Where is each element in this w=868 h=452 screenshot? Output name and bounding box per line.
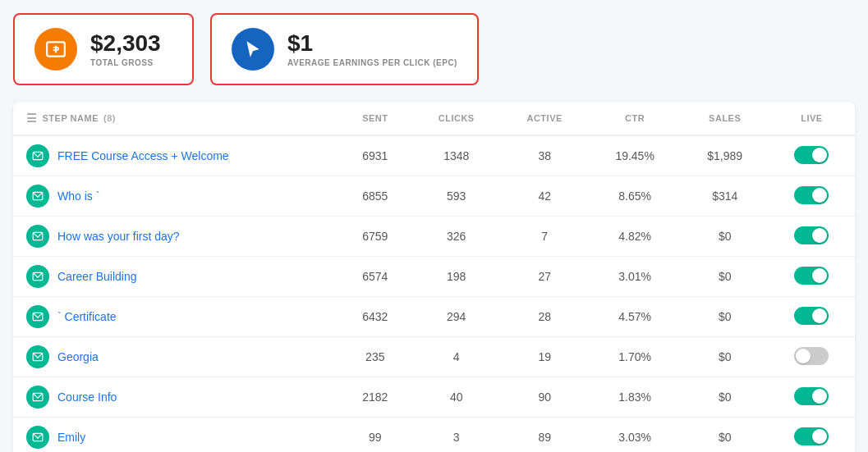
step-icon-0	[26, 144, 49, 167]
step-link-0[interactable]: FREE Course Access + Welcome	[57, 149, 229, 162]
step-link-6[interactable]: Course Info	[57, 390, 117, 404]
cell-sent-4: 6432	[338, 297, 412, 337]
cell-sent-5: 235	[338, 337, 412, 377]
cell-live-1	[769, 176, 855, 217]
table-container: ☰ STEP NAME (8) SENT CLICKS ACTIVE CTR S…	[13, 102, 855, 452]
table-row: Course Info 2182 40 90 1.83% $0	[13, 377, 855, 418]
cell-clicks-6: 40	[412, 377, 501, 418]
cell-ctr-0: 19.45%	[589, 135, 682, 176]
cell-sent-0: 6931	[338, 135, 412, 176]
step-icon-2	[26, 225, 49, 248]
cell-ctr-2: 4.82%	[589, 217, 682, 257]
step-icon-4	[26, 305, 49, 328]
table-row: ` Certificate 6432 294 28 4.57% $0	[13, 297, 855, 337]
step-link-5[interactable]: Georgia	[57, 350, 99, 363]
cell-sent-6: 2182	[338, 377, 412, 418]
step-name-cell-6: Course Info	[13, 377, 338, 418]
toggle-2[interactable]	[794, 226, 829, 244]
toggle-6[interactable]	[794, 387, 829, 405]
toggle-7[interactable]	[794, 427, 829, 445]
table-row: FREE Course Access + Welcome 6931 1348 3…	[13, 135, 855, 176]
table-row: Emily 99 3 89 3.03% $0	[13, 418, 855, 453]
cell-sent-2: 6759	[338, 217, 412, 257]
card-icon-epc	[232, 28, 274, 71]
cell-sent-3: 6574	[338, 257, 412, 297]
cell-live-6	[769, 377, 855, 418]
step-link-2[interactable]: How was your first day?	[57, 230, 180, 243]
cell-active-3: 27	[501, 257, 589, 297]
toggle-3[interactable]	[794, 267, 829, 285]
cell-sent-7: 99	[338, 418, 412, 453]
step-name-cell-0: FREE Course Access + Welcome	[13, 135, 338, 176]
col-step-name-label: STEP NAME	[43, 113, 99, 123]
cell-active-4: 28	[501, 297, 589, 337]
step-link-3[interactable]: Career Building	[57, 270, 137, 283]
step-icon-7	[26, 426, 49, 449]
table-row: Who is ` 6855 593 42 8.65% $314	[13, 176, 855, 217]
cell-sales-4: $0	[682, 297, 769, 337]
cell-sales-0: $1,989	[682, 135, 769, 176]
card-label-epc: AVERAGE EARNINGS PER CLICK (EPC)	[287, 58, 457, 67]
cell-ctr-1: 8.65%	[589, 176, 682, 217]
step-link-1[interactable]: Who is `	[57, 189, 99, 203]
card-value-total-gross: $2,303	[90, 31, 161, 57]
cell-clicks-3: 198	[412, 257, 501, 297]
toggle-5[interactable]	[794, 347, 829, 365]
card-info-epc: $1 AVERAGE EARNINGS PER CLICK (EPC)	[287, 31, 457, 67]
step-icon-5	[26, 345, 49, 368]
table-row: How was your first day? 6759 326 7 4.82%…	[13, 217, 855, 257]
cell-clicks-5: 4	[412, 337, 501, 377]
cell-sales-3: $0	[682, 257, 769, 297]
step-link-4[interactable]: ` Certificate	[57, 310, 117, 323]
table-row: Career Building 6574 198 27 3.01% $0	[13, 257, 855, 297]
card-epc: $1 AVERAGE EARNINGS PER CLICK (EPC)	[210, 13, 479, 85]
cell-ctr-7: 3.03%	[589, 418, 682, 453]
step-link-7[interactable]: Emily	[57, 431, 85, 444]
step-name-cell-1: Who is `	[13, 176, 338, 217]
step-icon-1	[26, 185, 49, 208]
col-ctr: CTR	[589, 102, 682, 135]
cell-sales-2: $0	[682, 217, 769, 257]
toggle-1[interactable]	[794, 186, 829, 204]
cell-ctr-6: 1.83%	[589, 377, 682, 418]
step-icon-3	[26, 265, 49, 288]
cell-active-0: 38	[501, 135, 589, 176]
cell-ctr-3: 3.01%	[589, 257, 682, 297]
steps-table: ☰ STEP NAME (8) SENT CLICKS ACTIVE CTR S…	[13, 102, 855, 452]
cell-sent-1: 6855	[338, 176, 412, 217]
step-name-cell-4: ` Certificate	[13, 297, 338, 337]
cell-live-4	[769, 297, 855, 337]
cell-ctr-5: 1.70%	[589, 337, 682, 377]
cell-live-3	[769, 257, 855, 297]
col-sales: SALES	[682, 102, 769, 135]
cell-active-2: 7	[501, 217, 589, 257]
top-cards: $2,303 TOTAL GROSS $1 AVERAGE EARNINGS P…	[13, 13, 855, 85]
toggle-4[interactable]	[794, 307, 829, 325]
list-icon: ☰	[26, 112, 38, 125]
cell-live-0	[769, 135, 855, 176]
cell-sales-7: $0	[682, 418, 769, 453]
cell-live-7	[769, 418, 855, 453]
cell-sales-1: $314	[682, 176, 769, 217]
cell-active-7: 89	[501, 418, 589, 453]
col-live: LIVE	[769, 102, 855, 135]
cell-clicks-0: 1348	[412, 135, 501, 176]
cell-active-6: 90	[501, 377, 589, 418]
cell-sales-6: $0	[682, 377, 769, 418]
cell-live-2	[769, 217, 855, 257]
col-sent: SENT	[338, 102, 412, 135]
card-value-epc: $1	[287, 31, 457, 57]
cell-clicks-4: 294	[412, 297, 501, 337]
step-name-cell-2: How was your first day?	[13, 217, 338, 257]
col-active: ACTIVE	[501, 102, 589, 135]
toggle-0[interactable]	[794, 146, 829, 164]
step-name-cell-7: Emily	[13, 418, 338, 453]
cell-active-1: 42	[501, 176, 589, 217]
col-step-count: (8)	[103, 113, 116, 123]
col-clicks: CLICKS	[412, 102, 501, 135]
cell-ctr-4: 4.57%	[589, 297, 682, 337]
cell-clicks-2: 326	[412, 217, 501, 257]
cell-active-5: 19	[501, 337, 589, 377]
card-info-total-gross: $2,303 TOTAL GROSS	[90, 31, 161, 67]
cell-sales-5: $0	[682, 337, 769, 377]
